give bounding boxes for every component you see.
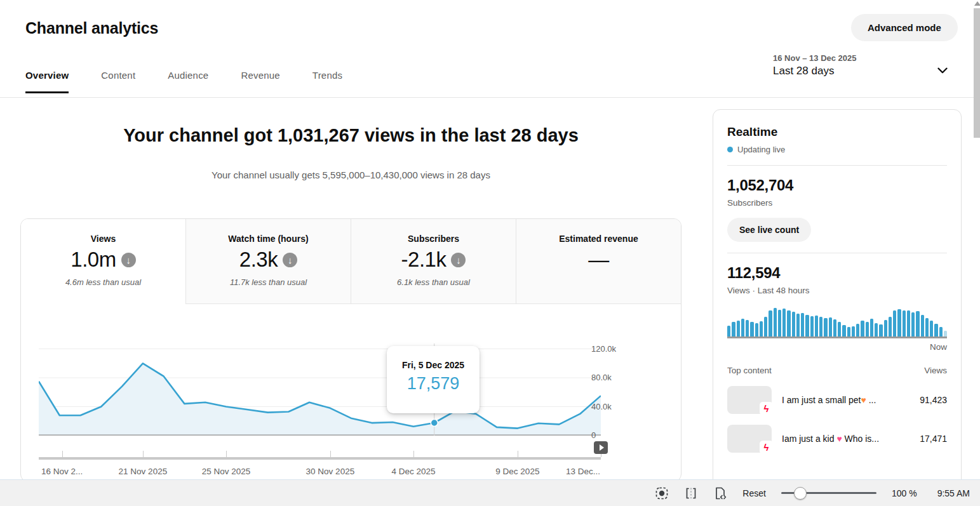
metric-value: 1.0m (70, 248, 116, 272)
page-code-icon[interactable] (713, 486, 727, 500)
sparkline-bar (778, 310, 781, 336)
zoom-level-label: 100 % (892, 488, 917, 498)
live-dot-icon (727, 147, 733, 152)
metric-delta: 4.6m less than usual (21, 277, 185, 287)
sparkline-bar (774, 308, 777, 336)
sparkline-bar (815, 316, 818, 336)
sparkline-bar (764, 317, 767, 336)
play-icon (600, 444, 604, 451)
views-48h-label: Views · Last 48 hours (727, 286, 947, 295)
x-axis-tick (143, 451, 144, 457)
sparkline-bar (769, 310, 772, 336)
sparkline-bar (787, 310, 790, 336)
sparkline-bar (884, 320, 887, 336)
sparkline-bar (737, 321, 740, 336)
x-axis-tick-label: 30 Nov 2025 (306, 467, 355, 476)
advanced-mode-button[interactable]: Advanced mode (851, 14, 958, 41)
video-thumbnail: ϟ (727, 386, 772, 414)
updating-live-label: Updating live (737, 145, 785, 154)
metric-label: Watch time (hours) (186, 234, 351, 244)
zoom-slider-handle[interactable] (794, 487, 807, 500)
sparkline-bar (856, 324, 859, 336)
heart-icon: ♥ (836, 434, 842, 444)
x-axis-tick (413, 451, 414, 457)
sparkline-bar (782, 309, 786, 336)
see-live-count-button[interactable]: See live count (727, 218, 811, 242)
chart-tooltip: Fri, 5 Dec 2025 17,579 (387, 346, 480, 413)
views-line-chart[interactable] (39, 343, 601, 436)
capture-region-icon[interactable] (655, 486, 669, 500)
sparkline-bar (934, 324, 937, 336)
sparkline-bar (944, 331, 947, 336)
tooltip-value: 17,579 (387, 374, 480, 394)
sparkline-bar (829, 317, 832, 336)
sparkline-bar (939, 327, 943, 336)
metric-label: Views (21, 234, 185, 244)
zoom-slider[interactable] (781, 487, 876, 500)
sparkline-bar (921, 315, 924, 336)
sparkline-bar (755, 323, 758, 336)
scrollbar-up-arrow-icon[interactable] (974, 1, 980, 6)
subscribers-label: Subscribers (727, 198, 947, 208)
tab-audience[interactable]: Audience (168, 70, 208, 93)
sparkline-bar (833, 319, 836, 336)
divider (727, 253, 947, 253)
sparkline-bar (819, 317, 822, 336)
x-axis-tick-label: 4 Dec 2025 (391, 467, 435, 476)
scrollbar-thumb[interactable] (974, 8, 980, 138)
date-range-selector[interactable]: 16 Nov – 13 Dec 2025 Last 28 days (773, 53, 857, 77)
x-axis-tick (62, 451, 63, 457)
y-axis-tick-label: 80.0k (591, 373, 612, 382)
shorts-badge: ϟ (760, 441, 773, 454)
trend-down-icon: ↓ (283, 253, 297, 267)
x-axis-tick-label: 16 Nov 2... (41, 467, 83, 476)
metric-value: -2.1k (401, 248, 446, 272)
tooltip-date: Fri, 5 Dec 2025 (387, 360, 480, 370)
metric-tab-estimated-revenue[interactable]: Estimated revenue— (516, 219, 681, 304)
x-axis-tick-label: 25 Nov 2025 (202, 467, 251, 476)
date-preset-text: Last 28 days (773, 65, 857, 77)
top-content-row[interactable]: ϟIam just a kid ♥ Who is...17,471 (727, 425, 947, 453)
sparkline-bar (930, 321, 933, 336)
sparkline-bar (925, 318, 929, 336)
tab-revenue[interactable]: Revenue (241, 70, 279, 93)
video-title: Iam just a kid ♥ Who is... (782, 434, 913, 444)
metric-label: Subscribers (351, 234, 516, 244)
sparkline-bar (903, 310, 906, 336)
subscribers-count: 1,052,704 (727, 176, 947, 194)
sparkline-bar (838, 322, 841, 336)
sparkline-bar (810, 316, 814, 336)
metric-tab-watch-time-hours-[interactable]: Watch time (hours)2.3k↓11.7k less than u… (186, 219, 351, 304)
top-content-header: Top content (727, 366, 772, 375)
tab-trends[interactable]: Trends (312, 70, 342, 93)
tab-content[interactable]: Content (101, 70, 135, 93)
sparkline-bar (847, 327, 850, 336)
split-view-icon[interactable] (684, 486, 698, 500)
metric-label: Estimated revenue (516, 234, 681, 244)
chevron-down-icon[interactable] (934, 62, 951, 79)
x-axis-tick-label: 13 Dec... (566, 467, 600, 476)
sparkline-bar (746, 320, 749, 336)
tab-overview[interactable]: Overview (25, 70, 69, 93)
sparkline-bar (732, 322, 735, 336)
shorts-icon: ϟ (764, 404, 769, 413)
metric-value: — (588, 248, 609, 272)
sparkline-bar (897, 309, 901, 336)
sparkline-bar (870, 319, 873, 336)
trend-down-icon: ↓ (451, 253, 466, 267)
sparkline-bar (805, 315, 809, 336)
trend-down-icon: ↓ (121, 253, 136, 267)
sparkline-bar (852, 326, 855, 336)
zoom-reset-button[interactable]: Reset (742, 488, 766, 498)
sparkline-bar (792, 312, 795, 336)
heart-icon: ♥ (861, 395, 866, 405)
sparkline-bar (907, 310, 910, 336)
analytics-nav-tabs: OverviewContentAudienceRevenueTrends (25, 70, 342, 93)
sparkline-bar (893, 310, 896, 336)
metric-delta: 11.7k less than usual (186, 277, 351, 287)
top-content-row[interactable]: ϟI am just a small pet♥ ...91,423 (727, 386, 947, 414)
y-axis-tick-label: 0 (591, 430, 596, 440)
metric-tab-views[interactable]: Views1.0m↓4.6m less than usual (21, 219, 186, 304)
metric-tab-subscribers[interactable]: Subscribers-2.1k↓6.1k less than usual (351, 219, 516, 304)
play-animation-button[interactable] (594, 441, 608, 454)
